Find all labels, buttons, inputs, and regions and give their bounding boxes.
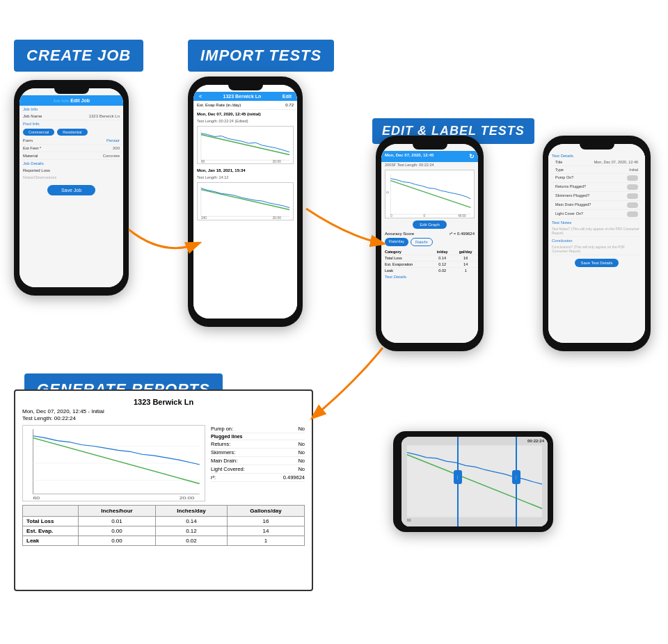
phone1-reported-loss: Reported Loss bbox=[19, 167, 123, 174]
phone1-jobname-row: Job Name 1323 Berwick Ln bbox=[19, 113, 123, 120]
phone3-chart: 0 0 40:00 0 bbox=[385, 170, 475, 218]
report-lightcovered-row: Light Covered: No bbox=[211, 465, 305, 474]
phone3-evap-row: Est. Evaporation 0.12 14 bbox=[381, 261, 478, 268]
phone-test-details: Test Details Title Mon, Dec 07, 2020, 12… bbox=[543, 136, 651, 351]
phone5-time: 00:22:24 bbox=[527, 439, 544, 443]
phone1-pool-info: Pool Info bbox=[19, 120, 123, 127]
report-content: 60 20:00 Pump on: No Plugged lines Retur… bbox=[22, 425, 305, 501]
phone4-returns-toggle[interactable] bbox=[627, 184, 638, 190]
report-r2-row: r²: 0.499624 bbox=[211, 474, 305, 482]
svg-text:60: 60 bbox=[201, 160, 205, 163]
phone2-header: < 1323 Berwick Ln Edit bbox=[193, 92, 297, 101]
phone1-tabs: Commercial Residential bbox=[19, 127, 123, 137]
phone4-skimmers-toggle[interactable] bbox=[627, 193, 638, 199]
phone3-accuracy-row: Accuracy Score r² = 0.499624 bbox=[381, 231, 478, 236]
phone1-job-details: Job Details bbox=[19, 160, 123, 167]
phone4-type-row: Type Initial bbox=[552, 166, 642, 174]
phone1-notes: Notes/Observations bbox=[19, 174, 123, 181]
phone1-residential-tab[interactable]: Residential bbox=[57, 129, 87, 136]
phone4-maindrain-toggle[interactable] bbox=[627, 202, 638, 208]
phone4-test-notes-title: Test Notes bbox=[552, 219, 642, 225]
phone3-header: Mon, Dec 07, 2020, 12:45 ↻ bbox=[381, 151, 478, 162]
phone3-test-details-link[interactable]: Test Details bbox=[381, 273, 478, 280]
phone-landscape: 00:22:24 60 ⋮ ⋮ bbox=[393, 431, 553, 532]
report-total-loss-row: Total Loss 0.01 0.14 16 bbox=[23, 517, 305, 526]
phone2-test1-length: Test Length: 00:22:24 (Edited) bbox=[193, 118, 297, 124]
svg-text:240: 240 bbox=[201, 216, 207, 220]
svg-text:0: 0 bbox=[386, 191, 390, 193]
report-table: Inches/hour Inches/day Gallons/day Total… bbox=[22, 505, 305, 546]
phone3-rate-tabs: Rate/day Rate/hr bbox=[381, 236, 478, 248]
svg-text:20:00: 20:00 bbox=[273, 160, 282, 163]
phone1-material-row: Material Concrete bbox=[19, 152, 123, 160]
phone3-rate-hr-tab[interactable]: Rate/hr bbox=[411, 238, 433, 246]
phone5-right-handle-line: ⋮ bbox=[516, 437, 517, 526]
phone2-test1-date: Mon, Dec 07, 2020, 12:45 (initial) bbox=[193, 110, 297, 118]
phone1-save-button[interactable]: Save Job bbox=[47, 185, 95, 195]
phone4-notes-text: Test Notes? (This will only appear on th… bbox=[552, 225, 642, 237]
report-chart: 60 20:00 bbox=[22, 425, 205, 501]
phone-create-job: Job Info Edit Job Job Info Job Name 1323… bbox=[14, 80, 129, 296]
phone5-screen: 00:22:24 60 ⋮ ⋮ bbox=[401, 437, 548, 526]
phone1-header: Job Info Edit Job bbox=[19, 95, 123, 106]
import-tests-section: IMPORT TESTS bbox=[188, 40, 334, 72]
phone3-leak-row: Leak 0.02 1 bbox=[381, 268, 478, 274]
report-maindrain-row: Main Drain: No bbox=[211, 457, 305, 465]
svg-text:20:00: 20:00 bbox=[180, 495, 195, 500]
phone3-edit-graph-button[interactable]: Edit Graph bbox=[413, 220, 447, 229]
phone4-returns-row: Returns Plugged? bbox=[552, 183, 642, 192]
create-job-label: CREATE JOB bbox=[14, 40, 143, 72]
phone5-landscape-screen: 00:22:24 60 ⋮ ⋮ bbox=[401, 437, 548, 526]
phone2-chart2: 240 20:00 bbox=[197, 182, 294, 220]
phone2-screen: < 1323 Berwick Ln Edit Est. Evap Rate (i… bbox=[193, 85, 297, 319]
svg-text:60: 60 bbox=[407, 518, 411, 522]
phone4-test-details-title: Test Details bbox=[552, 153, 642, 159]
report-evap-row: Est. Evap. 0.00 0.12 14 bbox=[23, 526, 305, 536]
report-returns-row: Returns: No bbox=[211, 440, 305, 449]
report-date: Mon, Dec 07, 2020, 12:45 - Initial bbox=[22, 408, 305, 414]
phone3-data-table: Category in/day gal/day Total Loss 0.14 … bbox=[381, 249, 478, 273]
phone2-test2-date: Mon, Jan 18, 2021, 15:34 bbox=[193, 166, 297, 175]
report-info: Pump on: No Plugged lines Returns: No Sk… bbox=[211, 425, 305, 501]
svg-text:40:00: 40:00 bbox=[458, 214, 466, 218]
create-job-section: CREATE JOB bbox=[14, 40, 143, 72]
phone4-conclusion-title: Conclusion bbox=[552, 237, 642, 243]
svg-text:0: 0 bbox=[423, 214, 425, 218]
phone1-screen: Job Info Edit Job Job Info Job Name 1323… bbox=[19, 88, 123, 287]
report-plugged-lines: Plugged lines bbox=[211, 433, 305, 440]
phone3-screen: Mon, Dec 07, 2020, 12:45 ↻ 200SF Test Le… bbox=[381, 144, 478, 343]
report-title: 1323 Berwick Ln bbox=[22, 398, 305, 406]
phone1-commercial-tab[interactable]: Commercial bbox=[23, 129, 54, 136]
phone4-maindrain-row: Main Drain Plugged? bbox=[552, 201, 642, 210]
phone3-subtitle: 200SF Test Length: 00:22:24 bbox=[381, 162, 478, 168]
arrow-1-svg bbox=[122, 223, 205, 264]
phone4-pump-toggle[interactable] bbox=[627, 175, 638, 181]
import-tests-label: IMPORT TESTS bbox=[188, 40, 334, 72]
phone5-chart-svg: 60 bbox=[401, 437, 548, 526]
phone1-form-row: Form Pentair bbox=[19, 137, 123, 145]
report-box: 1323 Berwick Ln Mon, Dec 07, 2020, 12:45… bbox=[14, 389, 313, 591]
arrow-3-svg bbox=[299, 341, 404, 424]
arrow-2-svg bbox=[299, 202, 390, 257]
phone5-left-handle[interactable]: ⋮ bbox=[454, 470, 462, 484]
report-table-header: Inches/hour Inches/day Gallons/day bbox=[23, 506, 305, 517]
phone-edit-label: Mon, Dec 07, 2020, 12:45 ↻ 200SF Test Le… bbox=[376, 136, 484, 351]
phone4-title-row: Title Mon, Dec 07, 2020, 12:46 bbox=[552, 159, 642, 166]
report-pump-row: Pump on: No bbox=[211, 425, 305, 433]
report-test-length: Test Length: 00:22:24 bbox=[22, 415, 305, 421]
report-skimmers-row: Skimmers: No bbox=[211, 449, 305, 457]
phone5-left-handle-line: ⋮ bbox=[457, 437, 459, 526]
phone2-chart1: 60 20:00 bbox=[197, 126, 294, 164]
phone3-total-loss-row: Total Loss 0.14 16 bbox=[381, 255, 478, 261]
phone4-conclusion-text: Conclusions? (This will only appear on t… bbox=[552, 243, 642, 255]
phone5-right-handle[interactable]: ⋮ bbox=[512, 470, 520, 484]
svg-text:20:00: 20:00 bbox=[273, 216, 282, 220]
phone4-save-button[interactable]: Save Test Details bbox=[575, 259, 618, 267]
phone4-lightcover-toggle[interactable] bbox=[627, 211, 638, 217]
svg-rect-6 bbox=[198, 183, 293, 220]
phone2-evap-row: Est. Evap Rate (in./day) 0.72 bbox=[193, 101, 297, 110]
svg-text:0: 0 bbox=[390, 214, 392, 218]
phone4-lightcover-row: Light Cover On? bbox=[552, 210, 642, 219]
phone1-feet-row: Est Feet ² 200 bbox=[19, 145, 123, 152]
phone4-screen: Test Details Title Mon, Dec 07, 2020, 12… bbox=[548, 144, 645, 343]
